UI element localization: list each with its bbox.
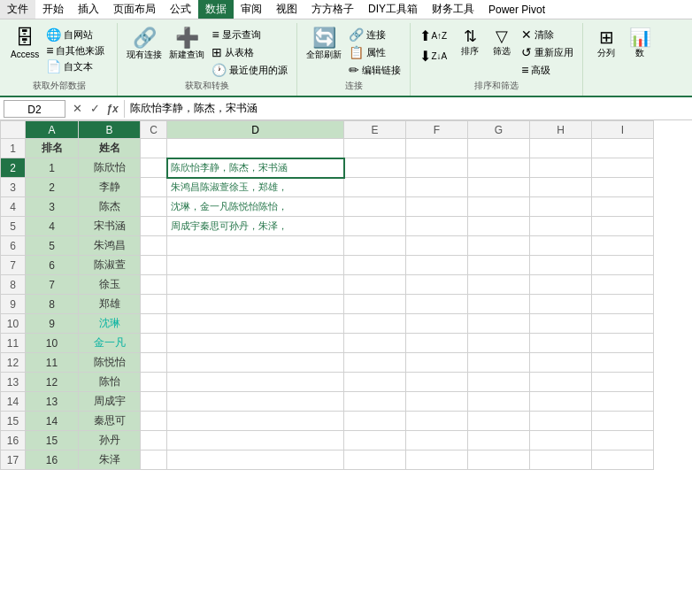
row-header-1[interactable]: 1 [1,139,26,158]
cell-f-1[interactable] [406,139,468,158]
row-header-14[interactable]: 14 [1,392,26,412]
cell-g-5[interactable] [468,217,530,236]
cell-g-6[interactable] [468,236,530,256]
row-header-17[interactable]: 17 [1,450,26,470]
cell-e-2[interactable] [344,158,406,178]
cell-e-1[interactable] [344,139,406,158]
filter-button[interactable]: ▽ 筛选 [486,27,518,58]
cell-f-8[interactable] [406,275,468,295]
menu-data[interactable]: 数据 [198,0,234,19]
reapply-button[interactable]: ↺ 重新应用 [518,44,577,60]
cell-e-16[interactable] [344,431,406,450]
cell-c-12[interactable] [141,353,167,373]
formula-input[interactable] [130,103,688,115]
cell-h-4[interactable] [530,197,592,217]
cell-b-11[interactable]: 金一凡 [79,334,141,353]
cell-b-3[interactable]: 李静 [79,178,141,197]
row-header-11[interactable]: 11 [1,334,26,353]
menu-powerpivot[interactable]: Power Pivot [481,2,552,18]
cell-a-10[interactable]: 9 [26,314,79,334]
row-header-12[interactable]: 12 [1,353,26,373]
cell-g-16[interactable] [468,431,530,450]
cell-g-10[interactable] [468,314,530,334]
row-header-7[interactable]: 7 [1,256,26,275]
clear-button[interactable]: ✕ 清除 [518,27,577,42]
cell-b-5[interactable]: 宋书涵 [79,217,141,236]
cell-i-17[interactable] [592,450,654,470]
cell-i-8[interactable] [592,275,654,295]
cell-b-14[interactable]: 周成宇 [79,392,141,412]
cell-c-4[interactable] [141,197,167,217]
row-header-5[interactable]: 5 [1,217,26,236]
cell-f-14[interactable] [406,392,468,412]
cell-a-5[interactable]: 4 [26,217,79,236]
cell-a-13[interactable]: 12 [26,373,79,392]
cell-i-7[interactable] [592,256,654,275]
cell-i-11[interactable] [592,334,654,353]
cell-h-14[interactable] [530,392,592,412]
cell-a-17[interactable]: 16 [26,450,79,470]
row-header-9[interactable]: 9 [1,295,26,314]
cell-b-15[interactable]: 秦思可 [79,412,141,431]
cell-b-6[interactable]: 朱鸿昌 [79,236,141,256]
cell-i-12[interactable] [592,353,654,373]
cell-a-3[interactable]: 2 [26,178,79,197]
cell-e-17[interactable] [344,450,406,470]
cell-e-11[interactable] [344,334,406,353]
cell-reference[interactable]: D2 [4,100,65,118]
cell-g-2[interactable] [468,158,530,178]
cell-h-12[interactable] [530,353,592,373]
cell-a-12[interactable]: 11 [26,353,79,373]
cell-g-7[interactable] [468,256,530,275]
cell-i-1[interactable] [592,139,654,158]
col-header-c[interactable]: C [141,121,167,139]
cell-c-14[interactable] [141,392,167,412]
cell-f-17[interactable] [406,450,468,470]
recent-sources-button[interactable]: 🕐 最近使用的源 [208,62,291,78]
cell-h-16[interactable] [530,431,592,450]
cell-h-3[interactable] [530,178,592,197]
cell-g-4[interactable] [468,197,530,217]
cell-b-2[interactable]: 陈欣怡 [79,158,141,178]
col-header-d[interactable]: D [167,121,344,139]
cell-d-17[interactable] [167,450,344,470]
menu-fangfangezi[interactable]: 方方格子 [304,0,361,19]
edit-link-button[interactable]: ✏ 编辑链接 [345,62,404,78]
cell-d-12[interactable] [167,353,344,373]
cell-h-15[interactable] [530,412,592,431]
cell-c-15[interactable] [141,412,167,431]
cell-e-10[interactable] [344,314,406,334]
cell-i-2[interactable] [592,158,654,178]
menu-review[interactable]: 审阅 [234,0,269,19]
property-button[interactable]: 📋 属性 [345,44,404,60]
cell-h-8[interactable] [530,275,592,295]
row-header-3[interactable]: 3 [1,178,26,197]
cell-f-9[interactable] [406,295,468,314]
cell-c-7[interactable] [141,256,167,275]
cell-a-9[interactable]: 8 [26,295,79,314]
cell-f-10[interactable] [406,314,468,334]
cell-g-15[interactable] [468,412,530,431]
col-header-f[interactable]: F [406,121,468,139]
cell-d-16[interactable] [167,431,344,450]
web-button[interactable]: 🌐 自网站 [42,27,108,42]
cell-c-17[interactable] [141,450,167,470]
cell-h-5[interactable] [530,217,592,236]
menu-home[interactable]: 开始 [35,0,71,19]
column-button[interactable]: ⊞ 分列 [588,27,624,60]
cell-c-1[interactable] [141,139,167,158]
cell-f-11[interactable] [406,334,468,353]
cell-c-10[interactable] [141,314,167,334]
cell-f-5[interactable] [406,217,468,236]
refresh-all-button[interactable]: 🔄 全部刷新 [303,27,345,62]
col-header-b[interactable]: B [79,121,141,139]
sort-desc-button[interactable]: ⬇ Z↓A [416,47,450,65]
cell-e-14[interactable] [344,392,406,412]
cell-e-5[interactable] [344,217,406,236]
cell-b-17[interactable]: 朱泽 [79,450,141,470]
cell-b-4[interactable]: 陈杰 [79,197,141,217]
spreadsheet-container[interactable]: A B C D E F G H I 1排名姓名21陈欣怡陈欣怡李静，陈杰，宋书涵… [0,120,692,616]
cell-a-6[interactable]: 5 [26,236,79,256]
cell-g-17[interactable] [468,450,530,470]
cell-c-13[interactable] [141,373,167,392]
